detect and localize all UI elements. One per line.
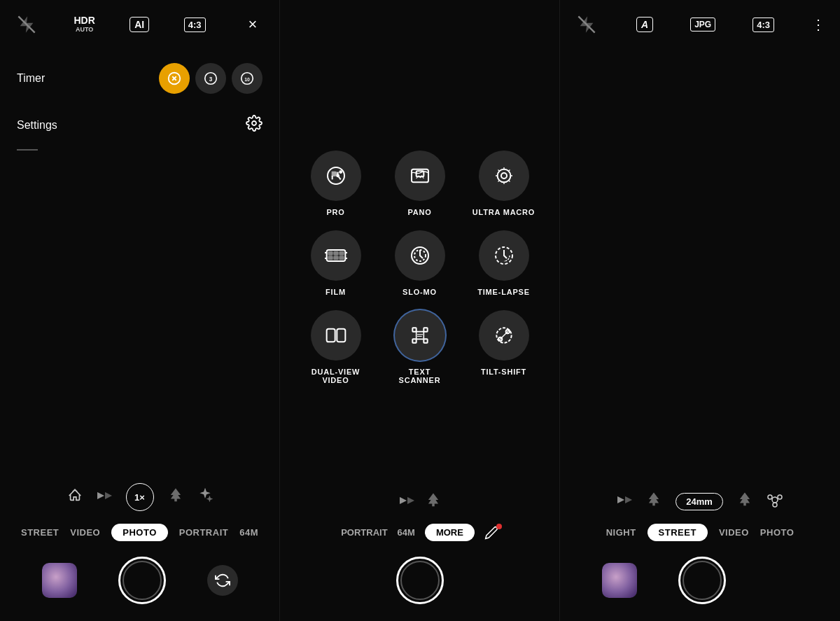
left-shutter-row <box>0 547 279 614</box>
mode-dual-view-circle <box>311 310 361 361</box>
telephoto-icon <box>97 488 112 506</box>
svg-point-47 <box>773 503 777 507</box>
timer-10s-button[interactable]: 10 <box>232 63 262 94</box>
right-tab-night[interactable]: NIGHT <box>606 527 636 538</box>
right-bokeh-icon[interactable] <box>766 491 783 511</box>
right-topbar: A JPG 4:3 ⋮ <box>560 0 840 49</box>
center-tab-64m[interactable]: 64M <box>398 527 415 538</box>
right-more-icon[interactable]: ⋮ <box>811 16 826 33</box>
ai-badge[interactable]: AI <box>130 17 149 32</box>
mode-ultra-macro[interactable]: ULTRA MACRO <box>472 151 536 216</box>
center-tele-icon <box>426 493 441 511</box>
shutter-button[interactable] <box>118 557 166 604</box>
right-bottom: 24mm NIGHT STREET VIDEO PHOTO <box>560 484 840 621</box>
wide-angle-icon <box>67 488 83 506</box>
center-shutter-button[interactable] <box>396 557 444 604</box>
right-tab-street[interactable]: STREET <box>648 524 708 541</box>
mode-row-1: PRO PANO <box>301 151 538 216</box>
mode-ultra-macro-circle <box>479 151 529 201</box>
ratio-badge[interactable]: 4:3 <box>184 18 206 32</box>
mode-text-scanner[interactable]: TEXT SCANNER <box>388 310 451 384</box>
mode-film-circle <box>311 230 361 281</box>
mode-pro-circle <box>311 151 361 201</box>
center-topbar-spacer <box>280 0 559 49</box>
right-jpg-badge[interactable]: JPG <box>690 18 715 32</box>
svg-rect-33 <box>412 328 416 331</box>
mode-film[interactable]: FILM <box>304 230 368 296</box>
mode-pano[interactable]: PANO <box>388 151 451 216</box>
svg-rect-22 <box>334 256 337 259</box>
center-bottom: PORTRAIT 64M MORE <box>280 486 559 621</box>
hdr-badge[interactable]: HDR AUTO <box>74 15 94 33</box>
right-tree-icon <box>737 492 752 510</box>
mode-tilt-shift[interactable]: TILT-SHIFT <box>472 310 536 384</box>
left-panel: HDR AUTO AI 4:3 × Timer <box>0 0 280 621</box>
svg-rect-34 <box>424 328 427 331</box>
mode-time-lapse[interactable]: TIME-LAPSE <box>472 230 536 296</box>
right-panel: A JPG 4:3 ⋮ 24mm <box>560 0 840 621</box>
ai-enhance-icon[interactable] <box>197 488 213 507</box>
svg-rect-35 <box>412 339 416 342</box>
svg-rect-37 <box>416 332 424 340</box>
mode-text-scanner-circle <box>395 310 445 361</box>
tree-icon <box>168 488 183 506</box>
settings-label: Settings <box>17 119 246 132</box>
right-auto-badge[interactable]: A <box>636 17 653 32</box>
svg-point-15 <box>497 169 510 183</box>
tab-portrait[interactable]: PORTRAIT <box>179 527 228 538</box>
left-zoom-bar: 1× <box>0 476 279 518</box>
gallery-thumbnail[interactable] <box>42 563 77 598</box>
right-flash-icon[interactable] <box>574 12 599 37</box>
right-gallery-thumbnail[interactable] <box>602 563 637 598</box>
left-topbar: HDR AUTO AI 4:3 × <box>0 0 279 49</box>
settings-row: Settings <box>17 115 262 135</box>
timer-off-button[interactable] <box>159 63 190 94</box>
mode-time-lapse-label: TIME-LAPSE <box>477 288 530 296</box>
right-tab-photo[interactable]: PHOTO <box>760 527 794 538</box>
left-mode-tabs: STREET VIDEO PHOTO PORTRAIT 64M <box>0 518 279 547</box>
center-mode-tabs: PORTRAIT 64M MORE <box>280 518 559 547</box>
tab-video[interactable]: VIDEO <box>70 527 100 538</box>
tab-street[interactable]: STREET <box>21 527 59 538</box>
right-shutter-button[interactable] <box>678 557 726 604</box>
center-tab-portrait[interactable]: PORTRAIT <box>341 527 387 538</box>
right-wide-icon <box>617 492 632 510</box>
right-shutter-row <box>560 547 840 614</box>
mode-tilt-shift-circle <box>479 310 529 361</box>
mode-slo-mo[interactable]: SLO-MO <box>388 230 451 296</box>
right-ratio-badge[interactable]: 4:3 <box>752 18 774 32</box>
mode-pro[interactable]: PRO <box>304 151 368 216</box>
zoom-1x-button[interactable]: 1× <box>126 483 154 511</box>
svg-rect-31 <box>326 329 335 342</box>
mode-film-label: FILM <box>326 288 346 296</box>
svg-rect-32 <box>337 329 345 342</box>
mode-dual-view[interactable]: DUAL-VIEWVIDEO <box>304 310 368 384</box>
mode-pro-label: PRO <box>326 208 344 216</box>
settings-divider <box>17 149 38 151</box>
center-zoom-bar <box>280 486 559 518</box>
svg-rect-19 <box>334 252 337 255</box>
center-panel: PRO PANO <box>280 0 560 621</box>
svg-text:3: 3 <box>209 76 213 83</box>
settings-gear-icon[interactable] <box>246 115 262 135</box>
tab-photo[interactable]: PHOTO <box>111 524 168 541</box>
right-mode-tabs: NIGHT STREET VIDEO PHOTO <box>560 518 840 547</box>
edit-dot-indicator <box>496 524 502 529</box>
flash-icon[interactable] <box>14 12 39 37</box>
mode-pano-label: PANO <box>407 208 431 216</box>
svg-rect-20 <box>340 252 343 255</box>
edit-modes-button[interactable] <box>484 526 498 540</box>
mode-pano-circle <box>395 151 445 201</box>
close-icon[interactable]: × <box>240 12 265 37</box>
timer-3s-button[interactable]: 3 <box>195 63 226 94</box>
tab-64m[interactable]: 64M <box>239 527 258 538</box>
svg-point-8 <box>252 121 256 125</box>
svg-rect-21 <box>328 256 332 259</box>
center-tab-more[interactable]: MORE <box>425 524 475 541</box>
svg-rect-23 <box>340 256 343 259</box>
timer-row: Timer 3 <box>17 63 262 94</box>
right-zoom-24mm-button[interactable]: 24mm <box>676 493 723 510</box>
right-tab-video[interactable]: VIDEO <box>719 527 749 538</box>
flip-camera-button[interactable] <box>207 565 238 596</box>
left-bottom: 1× STREET VIDEO PHOTO PORTRAIT 64M <box>0 476 279 621</box>
